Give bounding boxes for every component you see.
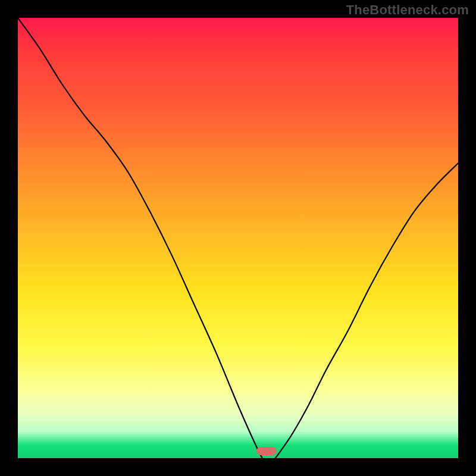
chart-frame: TheBottleneck.com [0, 0, 476, 476]
curve-right-branch [275, 163, 458, 458]
curve-left-branch [18, 18, 262, 458]
valley-marker [256, 447, 277, 455]
watermark-text: TheBottleneck.com [346, 2, 469, 18]
plot-area [18, 18, 458, 458]
bottleneck-curve [18, 18, 458, 458]
